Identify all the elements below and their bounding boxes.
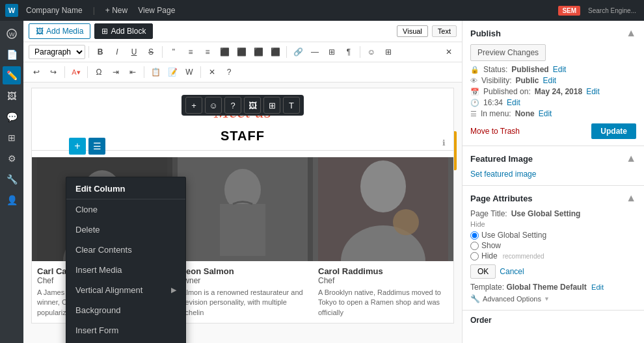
show-radio[interactable] <box>470 242 479 250</box>
hr-button[interactable]: — <box>307 44 323 60</box>
status-value: Published <box>511 65 548 74</box>
sidebar-icon-layout[interactable]: ⊞ <box>3 129 21 147</box>
ctx-clear-contents[interactable]: Clear Contents <box>66 240 185 260</box>
text-tab[interactable]: Text <box>432 25 457 37</box>
add-block-button[interactable]: ⊞ Add Block <box>94 23 153 39</box>
sidebar-icon-comments[interactable]: 💬 <box>3 108 21 126</box>
time-edit-link[interactable]: Edit <box>507 98 520 107</box>
paragraph-select[interactable]: Paragraph <box>29 45 85 59</box>
ctx-background[interactable]: Background <box>66 300 185 320</box>
add-block-icon: ⊞ <box>101 27 108 36</box>
trash-link[interactable]: Move to Trash <box>470 127 520 136</box>
bold-button[interactable]: B <box>92 44 108 60</box>
preview-changes-button[interactable]: Preview Changes <box>470 44 546 61</box>
strikethrough-button[interactable]: S <box>143 44 159 60</box>
admin-bar: W Company Name | + New View Page SEM Sea… <box>0 0 644 21</box>
add-column-button[interactable]: + <box>69 138 86 155</box>
align-center-button[interactable]: ⬛ <box>234 44 249 60</box>
indent-button[interactable]: ⇥ <box>108 64 124 80</box>
ol-button[interactable]: ≡ <box>200 44 215 60</box>
hide-radio[interactable] <box>470 252 479 260</box>
ul-button[interactable]: ≡ <box>183 44 198 60</box>
featured-image-section: Featured Image ▲ Set featured image <box>463 146 644 186</box>
quote-button[interactable]: " <box>166 44 181 60</box>
page-title-row: Page Title: Use Global Setting <box>470 209 636 218</box>
adminbar-right: SEM Search Engine... <box>558 6 639 16</box>
undo-button[interactable]: ↩ <box>29 64 44 80</box>
column-list-button[interactable]: ☰ <box>88 138 105 155</box>
ctx-vertical-alignment[interactable]: Vertical Alignment ▶ <box>66 280 185 300</box>
add-block-label: Add Block <box>111 27 146 36</box>
publish-collapse-icon[interactable]: ▲ <box>626 27 636 39</box>
staff-title-2: Owner <box>178 276 308 285</box>
sidebar-icon-editor[interactable]: ✏️ <box>3 66 21 84</box>
font-color-button[interactable]: A▾ <box>68 64 84 80</box>
block-image-icon[interactable]: 🖼 <box>244 97 261 114</box>
ctx-advanced-control[interactable]: Advanced Control <box>66 340 185 343</box>
italic-button[interactable]: I <box>109 44 125 60</box>
ctx-insert-form[interactable]: Insert Form <box>66 320 185 340</box>
align-left-button[interactable]: ⬛ <box>217 44 232 60</box>
visual-tab[interactable]: Visual <box>397 25 428 37</box>
wp-logo[interactable]: W <box>5 4 18 17</box>
status-edit-link[interactable]: Edit <box>553 65 567 74</box>
view-page-link[interactable]: View Page <box>135 6 178 15</box>
paste-text-button[interactable]: 📝 <box>165 64 180 80</box>
svg-text:W: W <box>9 31 15 38</box>
publish-date-label: Published on: <box>483 87 531 96</box>
ctx-delete[interactable]: Delete <box>66 220 185 240</box>
ctx-clone[interactable]: Clone <box>66 199 185 220</box>
toggle-button[interactable]: ¶ <box>341 44 356 60</box>
emoji-button[interactable]: ☺ <box>364 44 379 60</box>
column-editor-bar: + ☰ <box>69 138 105 155</box>
more-button[interactable]: ⊞ <box>324 44 340 60</box>
menu-icon: ☰ <box>470 110 477 118</box>
use-global-radio[interactable] <box>470 231 479 240</box>
special-char-button[interactable]: Ω <box>91 64 107 80</box>
featured-collapse-icon[interactable]: ▲ <box>626 153 636 164</box>
template-edit-link[interactable]: Edit <box>591 283 604 291</box>
ok-button[interactable]: OK <box>470 264 496 279</box>
set-featured-image-link[interactable]: Set featured image <box>470 170 536 179</box>
new-page-link[interactable]: + New <box>103 6 130 15</box>
redo-button[interactable]: ↪ <box>46 64 61 80</box>
align-justify-button[interactable]: ⬛ <box>267 44 283 60</box>
site-name[interactable]: Company Name <box>23 6 85 15</box>
sidebar-icon-wp[interactable]: W <box>3 25 21 43</box>
block-grid-icon[interactable]: ⊞ <box>263 97 280 114</box>
editor-main: 🖼 Add Media ⊞ Add Block Visual Text Para… <box>23 21 462 343</box>
sidebar-icon-settings[interactable]: ⚙ <box>3 149 21 168</box>
template-value: Global Theme Default <box>506 283 586 292</box>
block-question-icon[interactable]: ? <box>224 97 241 114</box>
sidebar-icon-users[interactable]: 👤 <box>3 191 21 209</box>
attributes-collapse-icon[interactable]: ▲ <box>626 192 636 204</box>
help-button[interactable]: ? <box>221 64 237 80</box>
sidebar-icon-media[interactable]: 🖼 <box>3 87 21 105</box>
search-engine-text: Search Engine... <box>585 7 639 14</box>
link-button[interactable]: 🔗 <box>290 44 306 60</box>
advanced-options-row[interactable]: 🔧 Advanced Options ▼ <box>470 294 636 303</box>
close-editor-button[interactable]: ✕ <box>441 44 457 60</box>
block-text-icon[interactable]: T <box>283 97 300 114</box>
cancel-link[interactable]: Cancel <box>500 264 524 279</box>
menu-row: ☰ In menu: None Edit <box>470 109 636 118</box>
table-button[interactable]: ⊞ <box>381 44 396 60</box>
clear-button[interactable]: ✕ <box>204 64 220 80</box>
outdent-button[interactable]: ⇤ <box>125 64 141 80</box>
sidebar-icon-tools[interactable]: 🔧 <box>3 170 21 188</box>
advanced-options-label: Advanced Options <box>483 295 541 303</box>
visibility-edit-link[interactable]: Edit <box>543 76 556 85</box>
block-smile-icon[interactable]: ☺ <box>205 97 222 114</box>
align-right-button[interactable]: ⬛ <box>250 44 266 60</box>
menu-edit-link[interactable]: Edit <box>539 109 552 118</box>
ctx-insert-media[interactable]: Insert Media <box>66 260 185 280</box>
sidebar-icon-page[interactable]: 📄 <box>3 45 21 64</box>
staff-name-3: Carol Raddimus <box>318 266 448 276</box>
paste-word-button[interactable]: W <box>181 64 197 80</box>
paste-button[interactable]: 📋 <box>148 64 163 80</box>
publish-date-edit-link[interactable]: Edit <box>586 87 600 96</box>
add-media-button[interactable]: 🖼 Add Media <box>29 23 90 39</box>
block-add-icon[interactable]: + <box>185 97 202 114</box>
underline-button[interactable]: U <box>126 44 142 60</box>
update-button[interactable]: Update <box>591 123 636 139</box>
